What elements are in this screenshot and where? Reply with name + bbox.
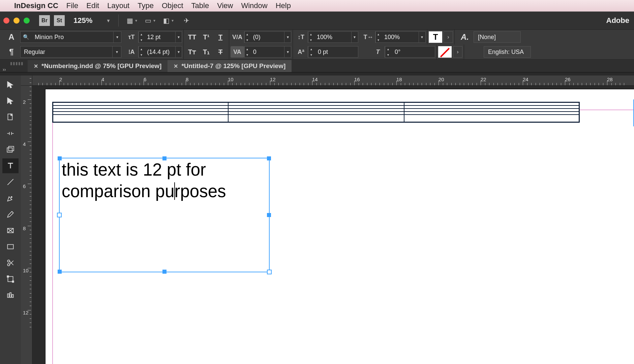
fill-swatch[interactable]: T xyxy=(429,31,442,43)
font-size-stepper[interactable]: ▴▾ xyxy=(139,31,144,43)
font-style-input[interactable] xyxy=(21,49,112,56)
baseline-shift-value[interactable]: 0 pt xyxy=(314,49,358,56)
horizontal-scale-value[interactable]: 100% xyxy=(381,34,419,41)
content-collector-tool[interactable] xyxy=(2,142,19,157)
table-frame[interactable] xyxy=(52,102,580,123)
chevron-down-icon[interactable]: ▾ xyxy=(351,31,358,43)
gap-tool[interactable] xyxy=(2,126,19,141)
resize-handle[interactable] xyxy=(58,270,62,274)
page-tool[interactable] xyxy=(2,110,19,125)
resize-handle[interactable] xyxy=(58,156,62,160)
superscript-button[interactable]: T¹ xyxy=(199,31,213,43)
close-tab-icon[interactable]: ✕ xyxy=(34,63,38,69)
text-content[interactable]: this text is 12 pt for comparison purpos… xyxy=(60,158,269,203)
free-transform-tool[interactable] xyxy=(2,272,19,286)
kerning-stepper[interactable]: ▴▾ xyxy=(244,31,250,43)
expand-panels-icon[interactable]: ›› xyxy=(3,67,6,72)
vertical-scale-value[interactable]: 100% xyxy=(313,34,351,41)
page[interactable]: this text is 12 pt for comparison purpos… xyxy=(45,89,634,364)
color-theme-tool[interactable] xyxy=(2,288,19,303)
text-frame[interactable]: this text is 12 pt for comparison purpos… xyxy=(59,158,270,272)
leading-field[interactable]: ▴▾ (14.4 pt) ▾ xyxy=(138,46,182,58)
vertical-ruler[interactable]: 24681012 xyxy=(21,86,32,364)
font-family-input[interactable] xyxy=(31,34,113,41)
chevron-down-icon[interactable]: ▾ xyxy=(284,31,291,43)
expand-stroke-button[interactable]: › xyxy=(453,46,462,58)
leading-stepper[interactable]: ▴▾ xyxy=(139,46,144,58)
kerning-value[interactable]: (0) xyxy=(250,34,284,41)
chevron-down-icon[interactable]: ▾ xyxy=(284,46,291,58)
document-canvas[interactable]: this text is 12 pt for comparison purpos… xyxy=(32,86,634,364)
skew-value[interactable]: 0° xyxy=(391,49,435,56)
tracking-value[interactable]: 0 xyxy=(250,49,284,56)
font-style-field[interactable]: ▾ xyxy=(20,46,121,58)
menu-help[interactable]: Help xyxy=(276,1,291,10)
document-tab[interactable]: ✕ *Untitled-7 @ 125% [GPU Preview] xyxy=(168,60,292,72)
menu-window[interactable]: Window xyxy=(241,1,267,10)
close-tab-icon[interactable]: ✕ xyxy=(174,63,178,69)
menu-edit[interactable]: Edit xyxy=(86,1,99,10)
resize-handle[interactable] xyxy=(162,156,167,160)
pencil-tool[interactable] xyxy=(2,207,19,222)
menu-file[interactable]: File xyxy=(66,1,78,10)
kerning-field[interactable]: ▴▾ (0) ▾ xyxy=(244,31,291,43)
vertical-scale-field[interactable]: ▴▾ 100% ▾ xyxy=(308,31,358,43)
skew-field[interactable]: ▴▾ 0° xyxy=(385,46,435,58)
chevron-down-icon[interactable]: ▾ xyxy=(175,46,182,58)
tracking-field[interactable]: ▴▾ 0 ▾ xyxy=(244,46,291,58)
horizontal-scale-field[interactable]: ▴▾ 100% ▾ xyxy=(375,31,426,43)
minimize-window-button[interactable] xyxy=(13,18,20,24)
chevron-down-icon[interactable]: ▾ xyxy=(113,31,121,43)
all-caps-button[interactable]: TT xyxy=(185,31,199,43)
language-select[interactable]: English: USA xyxy=(484,46,531,58)
horizontal-ruler[interactable]: 246810121416182022242628 xyxy=(32,75,634,86)
vertical-scale-stepper[interactable]: ▴▾ xyxy=(308,31,313,43)
chevron-down-icon[interactable]: ▾ xyxy=(112,46,121,58)
menu-type[interactable]: Type xyxy=(138,1,154,10)
font-size-field[interactable]: ▴▾ 12 pt ▾ xyxy=(138,31,182,43)
tracking-stepper[interactable]: ▴▾ xyxy=(244,46,250,58)
direct-selection-tool[interactable] xyxy=(2,94,19,109)
skew-stepper[interactable]: ▴▾ xyxy=(385,46,391,58)
menu-table[interactable]: Table xyxy=(191,1,209,10)
baseline-shift-field[interactable]: ▴▾ 0 pt xyxy=(308,46,358,58)
underline-button[interactable]: T xyxy=(213,31,228,43)
zoom-level-select[interactable]: 125% ▾ xyxy=(71,16,112,25)
font-size-value[interactable]: 12 pt xyxy=(144,34,175,41)
line-tool[interactable] xyxy=(2,175,19,189)
view-options-icon[interactable]: ▦▾ xyxy=(125,15,139,26)
scissors-tool[interactable] xyxy=(2,255,19,270)
horizontal-scale-stepper[interactable]: ▴▾ xyxy=(375,31,381,43)
ruler-origin[interactable] xyxy=(21,75,32,86)
baseline-shift-stepper[interactable]: ▴▾ xyxy=(308,46,314,58)
menu-layout[interactable]: Layout xyxy=(107,1,129,10)
font-family-field[interactable]: 🔍 ▾ xyxy=(20,31,121,43)
type-tool[interactable] xyxy=(2,158,19,173)
resize-handle[interactable] xyxy=(267,156,271,160)
leading-value[interactable]: (14.4 pt) xyxy=(144,49,175,56)
gpu-performance-icon[interactable]: ✈ xyxy=(179,15,193,26)
app-name[interactable]: InDesign CC xyxy=(14,1,58,10)
strikethrough-button[interactable]: T xyxy=(213,46,228,58)
drag-grip-icon[interactable]: ▮▮▮▮▮ xyxy=(10,61,24,66)
out-port[interactable] xyxy=(267,270,272,274)
screen-mode-icon[interactable]: ▭▾ xyxy=(143,15,157,26)
rectangle-tool[interactable] xyxy=(2,239,19,254)
chevron-down-icon[interactable]: ▾ xyxy=(175,31,182,43)
character-formatting-icon[interactable]: A xyxy=(3,32,20,42)
menu-object[interactable]: Object xyxy=(162,1,183,10)
paragraph-formatting-icon[interactable]: ¶ xyxy=(3,47,20,57)
arrange-documents-icon[interactable]: ◧▾ xyxy=(161,15,175,26)
rectangle-frame-tool[interactable] xyxy=(2,223,19,238)
stroke-swatch[interactable] xyxy=(438,46,452,58)
pen-tool[interactable] xyxy=(2,191,19,206)
selection-tool[interactable] xyxy=(2,78,19,92)
zoom-window-button[interactable] xyxy=(24,18,30,24)
bridge-button[interactable]: Br xyxy=(39,15,50,26)
character-style-select[interactable]: [None] xyxy=(474,31,521,43)
resize-handle[interactable] xyxy=(162,270,167,274)
stock-button[interactable]: St xyxy=(54,15,65,26)
resize-handle[interactable] xyxy=(267,213,271,217)
subscript-button[interactable]: T₁ xyxy=(199,46,213,58)
menu-view[interactable]: View xyxy=(217,1,233,10)
